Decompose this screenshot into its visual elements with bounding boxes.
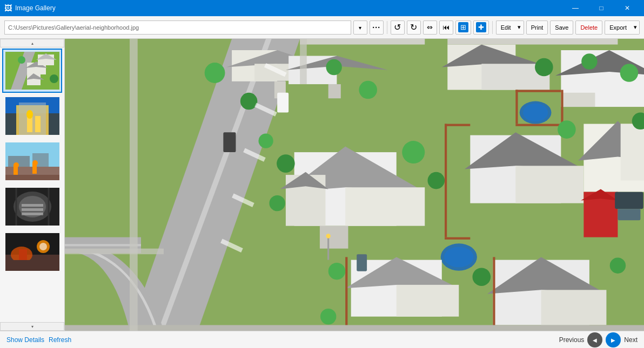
main-image: [65, 39, 644, 331]
svg-rect-117: [130, 39, 138, 331]
edit-label: Edit: [501, 24, 511, 31]
statusbar-left: Show Details Refresh: [6, 336, 71, 344]
previous-text: Previous: [559, 336, 585, 344]
thumbnail-list: [0, 47, 64, 322]
maximize-button[interactable]: □: [589, 0, 614, 16]
svg-point-71: [535, 58, 553, 77]
app-title: Image Gallery: [15, 4, 563, 12]
svg-point-6: [18, 56, 25, 64]
svg-point-73: [620, 64, 639, 82]
scroll-up-icon: [31, 41, 33, 46]
thumbnail-preview-4: [5, 188, 59, 226]
previous-icon: [593, 336, 597, 344]
svg-rect-38: [14, 260, 30, 271]
export-button[interactable]: Export: [605, 21, 631, 35]
svg-rect-31: [22, 213, 43, 215]
scroll-up-button[interactable]: [0, 39, 64, 47]
svg-rect-79: [345, 187, 425, 226]
svg-rect-29: [22, 204, 43, 207]
flip-button[interactable]: ⇔: [423, 21, 437, 35]
rotate-cw-button[interactable]: ↻: [407, 21, 421, 35]
zoom-fit-button[interactable]: ✚: [473, 21, 489, 35]
edit-split-button: Edit: [496, 21, 524, 35]
svg-point-57: [326, 59, 341, 75]
skip-start-button[interactable]: ⏮: [439, 21, 453, 35]
export-split-button: Export: [605, 21, 640, 35]
rotate-ccw-button[interactable]: ↺: [391, 21, 405, 35]
svg-point-112: [328, 263, 346, 280]
scroll-down-icon: [31, 324, 33, 329]
delete-label: Delete: [580, 24, 598, 31]
svg-point-70: [523, 104, 548, 122]
svg-rect-76: [447, 39, 618, 45]
content-area: [0, 39, 644, 331]
svg-rect-24: [32, 163, 37, 174]
export-dropdown-button[interactable]: [631, 21, 640, 35]
thumbnail-item-2[interactable]: [2, 94, 62, 138]
save-button[interactable]: Save: [550, 21, 573, 35]
svg-point-101: [558, 120, 576, 139]
svg-rect-130: [615, 192, 643, 209]
svg-rect-64: [561, 93, 595, 107]
svg-rect-93: [445, 237, 470, 240]
svg-point-16: [26, 110, 33, 119]
previous-button[interactable]: [587, 332, 602, 347]
svg-rect-118: [300, 39, 307, 84]
dropdown-button[interactable]: [353, 21, 367, 35]
scroll-down-button[interactable]: [0, 322, 64, 331]
titlebar: 🖼 Image Gallery — □ ✕: [0, 0, 644, 16]
svg-point-115: [320, 309, 336, 324]
rotate-cw-icon: ↻: [410, 22, 417, 32]
svg-rect-119: [65, 249, 164, 255]
minimize-button[interactable]: —: [563, 0, 588, 16]
svg-point-7: [50, 74, 58, 83]
edit-dropdown-button[interactable]: [515, 21, 524, 35]
svg-rect-25: [5, 175, 59, 180]
show-details-link[interactable]: Show Details: [6, 336, 44, 344]
svg-rect-52: [328, 84, 341, 98]
next-icon: [611, 336, 615, 344]
export-dropdown-icon: [634, 24, 637, 31]
print-button[interactable]: Print: [526, 21, 548, 35]
svg-point-95: [444, 247, 474, 268]
next-button[interactable]: [606, 332, 621, 347]
thumbnail-item-5[interactable]: [2, 230, 62, 274]
svg-point-84: [277, 154, 295, 173]
svg-rect-131: [618, 209, 640, 220]
maximize-icon: □: [599, 4, 603, 12]
close-button[interactable]: ✕: [615, 0, 640, 16]
svg-rect-22: [14, 165, 18, 176]
thumbnail-item-4[interactable]: [2, 185, 62, 229]
svg-rect-100: [621, 124, 644, 181]
svg-rect-66: [515, 90, 518, 124]
svg-rect-108: [541, 290, 607, 325]
app-body: ··· ↺ ↻ ⇔ ⏮ ⊞ ✚ Edit: [0, 16, 644, 348]
svg-point-55: [205, 63, 225, 83]
svg-point-83: [402, 141, 425, 163]
svg-rect-30: [22, 208, 43, 211]
dropdown-icon: [359, 24, 361, 31]
thumbnail-preview-3: [5, 142, 59, 180]
skip-start-icon: ⏮: [442, 23, 450, 31]
thumbnail-item-3[interactable]: [2, 139, 62, 183]
svg-rect-54: [223, 132, 236, 152]
more-button[interactable]: ···: [370, 21, 384, 35]
close-icon: ✕: [625, 4, 630, 12]
svg-rect-75: [300, 39, 425, 45]
svg-rect-105: [397, 285, 459, 317]
address-bar[interactable]: [4, 21, 351, 35]
refresh-link[interactable]: Refresh: [49, 336, 71, 344]
toolbar: ··· ↺ ↻ ⇔ ⏮ ⊞ ✚ Edit: [0, 16, 644, 39]
thumbnail-item-1[interactable]: [2, 49, 62, 93]
edit-button[interactable]: Edit: [496, 21, 515, 35]
svg-point-58: [359, 81, 377, 99]
svg-point-56: [240, 93, 258, 110]
thumbnail-preview-2: [5, 97, 59, 135]
svg-rect-53: [277, 93, 289, 113]
statusbar-right: Previous Next: [559, 332, 638, 347]
svg-rect-65: [515, 90, 561, 92]
delete-button[interactable]: Delete: [575, 21, 602, 35]
save-label: Save: [555, 24, 568, 31]
edit-dropdown-icon: [518, 24, 521, 31]
slideshow-button[interactable]: ⊞: [455, 21, 471, 35]
